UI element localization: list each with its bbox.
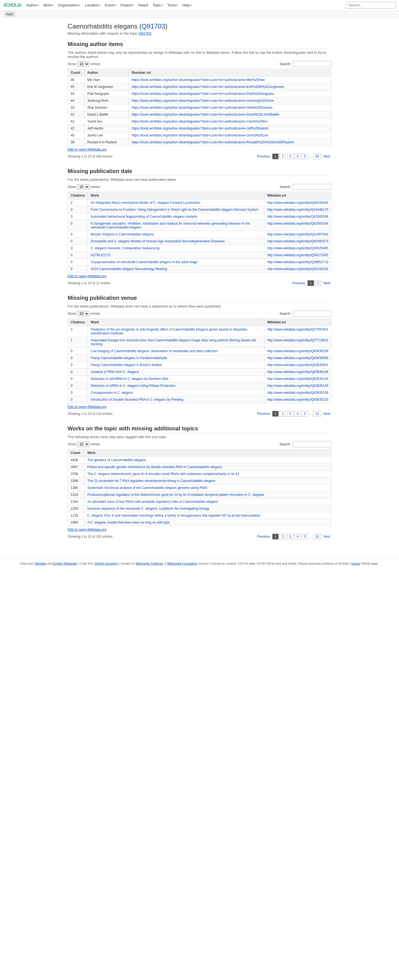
page-btn-last-pub-venue[interactable]: 12 <box>313 411 321 417</box>
wikidata-link[interactable]: http://www.wikidata.org/entity/Q62009164 <box>267 221 328 226</box>
wikidata-link[interactable]: http://www.wikidata.org/entity/Q61987943 <box>267 232 328 236</box>
prev-btn-topics[interactable]: Previous <box>256 534 271 539</box>
entries-select-pub-date[interactable]: 102550 <box>77 184 89 190</box>
footer-issues-link[interactable]: Issues <box>351 562 360 565</box>
wikidata-link[interactable]: http://www.wikidata.org/entity/Q58853719 <box>267 260 328 264</box>
work-link[interactable]: Cryopreservation of nematode Caenorhabdi… <box>90 260 198 264</box>
page-btn-1-pub-venue[interactable]: 1 <box>272 411 279 417</box>
page-btn-5-pub-venue[interactable]: 5 <box>302 411 308 417</box>
page-btn-1-author[interactable]: 1 <box>272 154 279 159</box>
search-input-pub-venue[interactable] <box>293 310 331 317</box>
page-btn-last-author[interactable]: 50 <box>313 154 321 159</box>
wikidata-link[interactable]: http://www.wikidata.org/entity/Q83835136 <box>267 391 328 395</box>
edit-link-topics[interactable]: Edit on query.Wikidata.org <box>68 528 331 531</box>
page-btn-4-topics[interactable]: 4 <box>294 534 301 539</box>
resolver-link[interactable]: https://tools.wmflabs.org/author-disambi… <box>131 126 269 130</box>
wikidata-link[interactable]: http://www.wikidata.org/entity/Q83835143 <box>267 377 328 381</box>
entries-select-topics[interactable]: 102550 <box>77 441 89 447</box>
resolver-link[interactable]: https://tools.wmflabs.org/author-disambi… <box>131 106 272 110</box>
entries-select-pub-venue[interactable]: 102550 <box>77 311 89 317</box>
resolver-link[interactable]: https://tools.wmflabs.org/author-disambi… <box>131 78 265 82</box>
nav-project[interactable]: Project ▾ <box>119 2 135 8</box>
work-link[interactable]: Cosuppression in C. elegans <box>90 391 133 395</box>
wikidata-link[interactable]: http://www.wikidata.org/entity/Q62009168 <box>267 215 328 218</box>
logo[interactable]: SCHOLIA <box>3 3 21 8</box>
next-btn-topics[interactable]: Next <box>322 534 331 539</box>
resolver-link[interactable]: https://tools.wmflabs.org/author-disambi… <box>131 99 274 103</box>
nav-author[interactable]: Author ▾ <box>25 2 40 8</box>
page-btn-1-topics[interactable]: 1 <box>272 534 279 539</box>
resolver-link[interactable]: https://tools.wmflabs.org/author-disambi… <box>131 119 268 123</box>
work-link[interactable]: An Integrated Neuro-mechanical Model of … <box>90 201 200 205</box>
resolver-link[interactable]: https://tools.wmflabs.org/author-disambi… <box>131 134 268 137</box>
page-btn-4-author[interactable]: 4 <box>294 154 301 159</box>
resolver-link[interactable]: https://tools.wmflabs.org/author-disambi… <box>131 85 284 89</box>
wikidata-link[interactable]: http://www.wikidata.org/entity/Q83835901 <box>267 363 328 367</box>
wikidata-link[interactable]: http://www.wikidata.org/entity/Q60025465 <box>267 246 328 250</box>
wikidata-link[interactable]: http://www.wikidata.org/entity/Q57597641 <box>267 328 328 331</box>
work-link[interactable]: Fixing Caenorhabditis elegans in Parafor… <box>90 356 167 360</box>
work-link[interactable]: 2010 Caenorhabditis elegans Neurobiology… <box>90 267 167 271</box>
footer-toolforge-link[interactable]: Wikimedia Toolforge <box>136 562 163 565</box>
wikidata-link[interactable]: http://www.wikidata.org/entity/Q60483373 <box>267 239 328 243</box>
work-link[interactable]: C. elegans EGL-9 and mammalian homologs … <box>87 514 260 517</box>
footer-wikidata-link[interactable]: Wikidata <box>34 562 46 565</box>
page-btn-5-topics[interactable]: 5 <box>302 534 308 539</box>
work-link[interactable]: Genome sequence of the nematode C. elega… <box>87 507 209 511</box>
work-link[interactable]: The 21-nucleotide let-7 RNA regulates de… <box>87 479 215 483</box>
wikidata-link[interactable]: http://www.wikidata.org/entity/Q58373955 <box>267 253 328 257</box>
work-link[interactable]: Prediction of the pro-longevity or anti-… <box>90 328 247 335</box>
nav-award[interactable]: Award <box>136 2 150 8</box>
search-input-author[interactable] <box>293 61 331 67</box>
wikidata-link[interactable]: http://www.wikidata.org/entity/Q58418245 <box>267 201 328 205</box>
entity-link[interactable]: Q91703 <box>142 22 165 30</box>
work-link[interactable]: Introduction of Double-Stranded RNA in C… <box>90 398 183 401</box>
entries-select-author[interactable]: 102550 <box>77 61 89 67</box>
wikidata-link[interactable]: http://www.wikidata.org/entity/Q56192254 <box>267 267 328 271</box>
work-link[interactable]: An abundant class of tiny RNAs with prob… <box>87 500 218 504</box>
work-link[interactable]: The C. elegans heterochromic gene lin-4 … <box>87 472 239 476</box>
page-btn-3-author[interactable]: 3 <box>287 154 293 159</box>
work-link[interactable]: Automated behavioural fingerprinting of … <box>90 215 197 218</box>
footer-github-link[interactable]: GitHub repository <box>95 562 118 565</box>
resolver-link[interactable]: https://tools.wmflabs.org/author-disambi… <box>131 113 279 116</box>
page-btn-2-pub-date[interactable]: 2 <box>315 280 321 286</box>
work-link[interactable]: Fixing Caenorhabditis elegans in Bouin's… <box>90 363 162 367</box>
subtitle-entity-link[interactable]: Q91703 <box>139 31 151 35</box>
wikidata-link[interactable]: http://www.wikidata.org/entity/Q57719831 <box>267 338 328 342</box>
prev-btn-author[interactable]: Previous <box>256 154 271 159</box>
nav-work[interactable]: Work ▾ <box>41 2 55 8</box>
page-btn-3-topics[interactable]: 3 <box>287 534 293 539</box>
page-btn-2-pub-venue[interactable]: 2 <box>280 411 286 417</box>
work-link[interactable]: ASTM E2172 <box>90 253 110 257</box>
work-link[interactable]: From Connectome to Function: Using Optog… <box>90 208 258 212</box>
edit-link-pub-date[interactable]: Edit on query.Wikidata.org <box>68 274 331 278</box>
edit-link-author[interactable]: Edit on query.Wikidata.org <box>68 148 331 151</box>
work-link[interactable]: Isolation of RNA from C. elegans <box>90 370 139 374</box>
search-input-topics[interactable] <box>293 441 331 447</box>
edit-link-pub-venue[interactable]: Edit on query.Wikidata.org <box>68 405 331 409</box>
page-btn-3-pub-venue[interactable]: 3 <box>287 411 293 417</box>
nav-organization[interactable]: Organization ▾ <box>56 2 82 8</box>
next-btn-author[interactable]: Next <box>322 154 331 159</box>
footer-wikipedia-link[interactable]: English Wikipedia <box>53 562 77 565</box>
wikidata-link[interactable]: http://www.wikidata.org/entity/Q64446179 <box>267 208 328 212</box>
wikidata-link[interactable]: http://www.wikidata.org/entity/Q83836199 <box>267 349 328 353</box>
work-link[interactable]: Potent and specific genetic interference… <box>87 465 222 469</box>
work-link[interactable]: Detection of si/miRNA in C. elegans by N… <box>90 377 168 381</box>
work-link[interactable]: A C. elegans mutant that lives twice as … <box>87 520 170 524</box>
nav-event[interactable]: Event ▾ <box>103 2 117 8</box>
search-input[interactable] <box>346 2 396 9</box>
page-btn-5-author[interactable]: 5 <box>302 154 308 159</box>
work-link[interactable]: Systematic functional analysis of the Ca… <box>87 486 207 490</box>
page-btn-1-pub-date[interactable]: 1 <box>307 280 314 286</box>
work-link[interactable]: Drosophila and C. elegans Models of Huma… <box>90 239 225 243</box>
wikidata-link[interactable]: http://www.wikidata.org/entity/Q83835133 <box>267 398 328 401</box>
page-btn-last-topics[interactable]: 10 <box>313 534 321 539</box>
prev-btn-pub-date[interactable]: Previous <box>291 281 306 286</box>
footer-wikimedia-link[interactable]: Wikimedia Foundation <box>167 562 197 565</box>
next-btn-pub-date[interactable]: Next <box>322 281 331 286</box>
nav-location[interactable]: Location ▾ <box>83 2 102 8</box>
nav-tools[interactable]: Tools ▾ <box>166 2 179 8</box>
work-link[interactable]: Detection of siRNA in C. elegans Using R… <box>90 384 175 388</box>
